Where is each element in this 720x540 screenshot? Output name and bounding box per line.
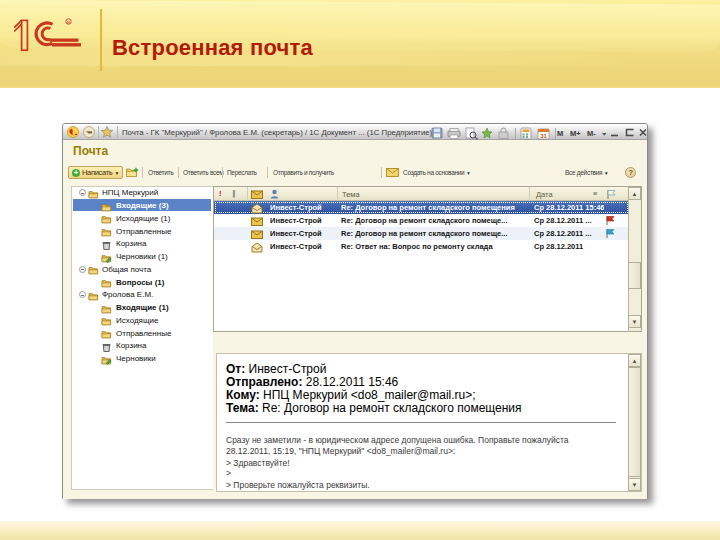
svg-text:M-: M- <box>587 129 596 138</box>
svg-text:M: M <box>557 129 563 138</box>
svg-text:M+: M+ <box>570 129 581 138</box>
svg-text:31: 31 <box>540 133 547 139</box>
svg-text:R: R <box>67 20 70 25</box>
